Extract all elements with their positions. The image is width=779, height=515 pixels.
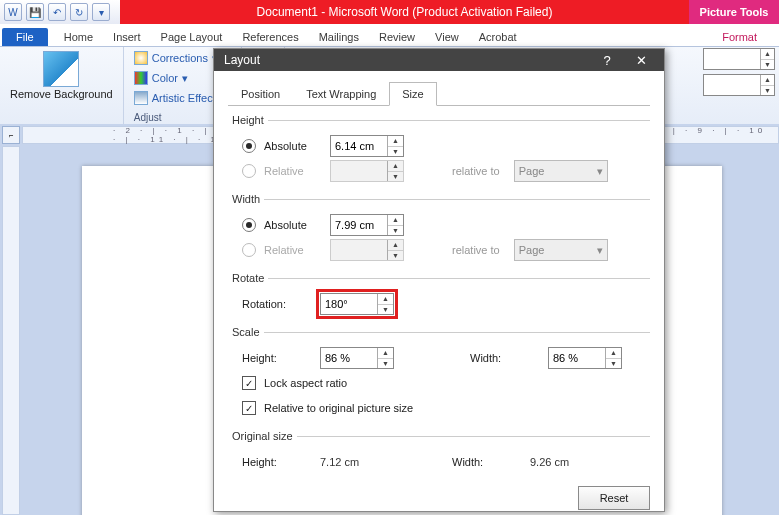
lock-aspect-ratio-checkbox[interactable]: ✓ [242, 376, 256, 390]
tab-size[interactable]: Size [389, 82, 436, 106]
tab-review[interactable]: Review [369, 28, 425, 46]
rotation-spinner[interactable]: ▲▼ [320, 293, 394, 315]
scale-width-spinner[interactable]: ▲▼ [548, 347, 622, 369]
save-icon[interactable]: 💾 [26, 3, 44, 21]
rotate-group: Rotate Rotation: ▲▼ [228, 272, 650, 320]
height-spinner[interactable]: ▲▼ [703, 48, 775, 70]
height-absolute-spinner[interactable]: ▲▼ [330, 135, 404, 157]
height-spinner-input[interactable] [704, 49, 760, 69]
height-relative-to-dropdown: Page▾ [514, 160, 608, 182]
size-spinners: ▲▼ ▲▼ [695, 48, 779, 96]
width-absolute-radio[interactable] [242, 218, 256, 232]
chevron-down-icon: ▾ [597, 244, 603, 257]
original-size-group: Original size Height: 7.12 cm Width: 9.2… [228, 430, 650, 478]
tab-references[interactable]: References [232, 28, 308, 46]
picture-tools-contextual-tab: Picture Tools [689, 0, 779, 24]
spin-up-icon[interactable]: ▲ [761, 75, 774, 86]
spin-down-icon[interactable]: ▼ [378, 359, 393, 369]
close-button[interactable]: ✕ [624, 49, 658, 71]
title-bar: W 💾 ↶ ↻ ▾ Document1 - Microsoft Word (Pr… [0, 0, 779, 24]
height-relative-to-value: Page [519, 165, 545, 177]
chevron-down-icon: ▾ [182, 72, 188, 85]
spin-down-icon[interactable]: ▼ [606, 359, 621, 369]
color-button[interactable]: Color▾ [134, 71, 188, 85]
spin-up-icon[interactable]: ▲ [388, 215, 403, 226]
relative-to-original-label: Relative to original picture size [264, 402, 413, 414]
spin-down-icon: ▼ [388, 172, 403, 182]
dialog-body: Position Text Wrapping Size Height Absol… [214, 71, 664, 515]
height-group: Height Absolute ▲▼ Relative ▲▼ relative … [228, 114, 650, 187]
spin-up-icon[interactable]: ▲ [378, 294, 393, 305]
qat-customize-icon[interactable]: ▾ [92, 3, 110, 21]
width-spinner-input[interactable] [704, 75, 760, 95]
scale-height-spinner[interactable]: ▲▼ [320, 347, 394, 369]
scale-height-label: Height: [242, 352, 312, 364]
word-app-icon[interactable]: W [4, 3, 22, 21]
spin-down-icon[interactable]: ▼ [761, 86, 774, 96]
tab-position[interactable]: Position [228, 82, 293, 106]
width-relative-to-label: relative to [452, 244, 500, 256]
height-absolute-input[interactable] [331, 136, 387, 156]
orig-width-value: 9.26 cm [530, 456, 600, 468]
height-relative-to-label: relative to [452, 165, 500, 177]
tab-mailings[interactable]: Mailings [309, 28, 369, 46]
tab-page-layout[interactable]: Page Layout [151, 28, 233, 46]
width-relative-radio [242, 243, 256, 257]
remove-background-label: Remove Background [10, 89, 113, 100]
chevron-down-icon: ▾ [597, 165, 603, 178]
rotation-label: Rotation: [242, 298, 312, 310]
tab-view[interactable]: View [425, 28, 469, 46]
height-legend: Height [228, 114, 268, 126]
spin-up-icon[interactable]: ▲ [761, 49, 774, 60]
scale-legend: Scale [228, 326, 264, 338]
ruler-corner[interactable]: ⌐ [2, 126, 20, 144]
redo-icon[interactable]: ↻ [70, 3, 88, 21]
rotate-legend: Rotate [228, 272, 268, 284]
spin-down-icon[interactable]: ▼ [388, 226, 403, 236]
tab-text-wrapping[interactable]: Text Wrapping [293, 82, 389, 106]
width-absolute-label: Absolute [264, 219, 322, 231]
remove-background-button[interactable]: Remove Background [10, 51, 113, 100]
width-relative-spinner: ▲▼ [330, 239, 404, 261]
width-group: Width Absolute ▲▼ Relative ▲▼ relative t… [228, 193, 650, 266]
height-relative-radio [242, 164, 256, 178]
corrections-button[interactable]: Corrections▾ [134, 51, 218, 65]
help-button[interactable]: ? [590, 49, 624, 71]
height-absolute-radio[interactable] [242, 139, 256, 153]
undo-icon[interactable]: ↶ [48, 3, 66, 21]
relative-to-original-checkbox[interactable]: ✓ [242, 401, 256, 415]
width-relative-label: Relative [264, 244, 322, 256]
width-absolute-input[interactable] [331, 215, 387, 235]
tab-format[interactable]: Format [712, 28, 767, 46]
spin-up-icon[interactable]: ▲ [606, 348, 621, 359]
spin-up-icon: ▲ [388, 240, 403, 251]
spin-up-icon[interactable]: ▲ [388, 136, 403, 147]
scale-height-input[interactable] [321, 348, 377, 368]
file-tab[interactable]: File [2, 28, 48, 46]
rotation-input[interactable] [321, 294, 377, 314]
width-relative-to-dropdown: Page▾ [514, 239, 608, 261]
reset-button[interactable]: Reset [578, 486, 650, 510]
vertical-ruler[interactable] [2, 146, 20, 515]
dialog-title: Layout [224, 53, 260, 67]
corrections-label: Corrections [152, 52, 208, 64]
spin-down-icon: ▼ [388, 251, 403, 261]
spin-down-icon[interactable]: ▼ [761, 60, 774, 70]
spin-down-icon[interactable]: ▼ [378, 305, 393, 315]
corrections-icon [134, 51, 148, 65]
spin-up-icon[interactable]: ▲ [378, 348, 393, 359]
remove-background-group: Remove Background [0, 47, 124, 125]
dialog-titlebar: Layout ? ✕ [214, 49, 664, 71]
dialog-tabs: Position Text Wrapping Size [228, 81, 650, 106]
tab-home[interactable]: Home [54, 28, 103, 46]
tab-acrobat[interactable]: Acrobat [469, 28, 527, 46]
quick-access-toolbar: W 💾 ↶ ↻ ▾ [0, 3, 110, 21]
width-spinner[interactable]: ▲▼ [703, 74, 775, 96]
spin-down-icon[interactable]: ▼ [388, 147, 403, 157]
tab-insert[interactable]: Insert [103, 28, 151, 46]
remove-background-icon [43, 51, 79, 87]
width-absolute-spinner[interactable]: ▲▼ [330, 214, 404, 236]
orig-height-label: Height: [242, 456, 312, 468]
scale-width-input[interactable] [549, 348, 605, 368]
scale-width-label: Width: [470, 352, 540, 364]
